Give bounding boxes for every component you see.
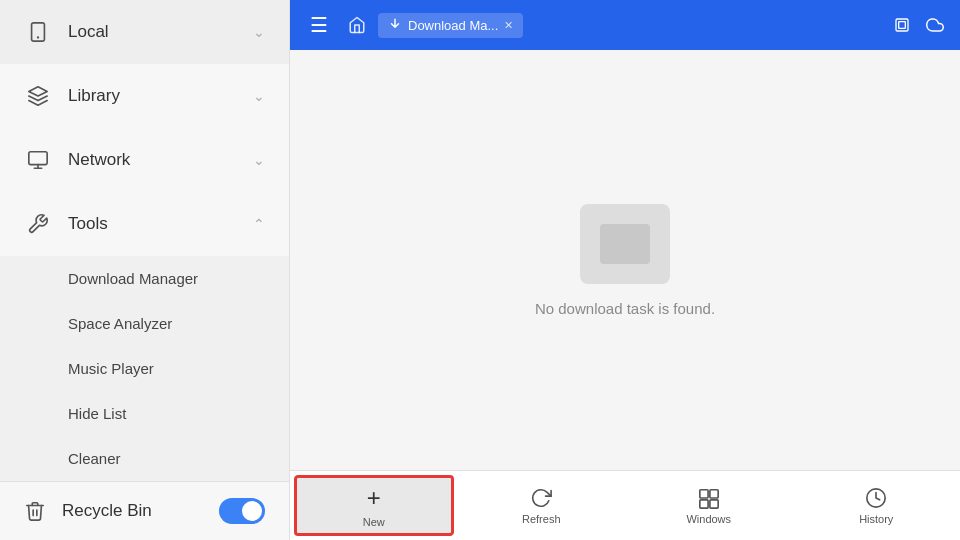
home-icon[interactable] [344,12,370,38]
recycle-bin-label: Recycle Bin [62,501,152,521]
recycle-bin-toggle[interactable] [219,498,265,524]
sidebar-item-hide-list[interactable]: Hide List [0,391,289,436]
space-analyzer-label: Space Analyzer [68,315,172,332]
svg-marker-2 [29,87,47,96]
trash-icon [24,500,46,522]
chevron-up-icon: ⌃ [253,216,265,232]
recycle-bin-item[interactable]: Recycle Bin [0,482,289,540]
sidebar-item-library[interactable]: Library ⌄ [0,64,289,128]
hide-list-label: Hide List [68,405,126,422]
layers-icon [24,82,52,110]
new-label: New [363,516,385,528]
history-icon [865,487,887,509]
download-icon [388,18,402,32]
sidebar-item-local[interactable]: Local ⌄ [0,0,289,64]
menu-icon[interactable]: ☰ [302,9,336,41]
tab-close-icon[interactable]: ✕ [504,19,513,32]
cloud-icon[interactable] [922,12,948,38]
empty-state-icon [580,204,670,284]
main-panel: ☰ Download Ma... ✕ [290,0,960,540]
svg-rect-7 [899,22,906,29]
sidebar-item-tools[interactable]: Tools ⌃ [0,192,289,256]
music-player-label: Music Player [68,360,154,377]
svg-rect-11 [710,499,718,507]
refresh-button[interactable]: Refresh [458,471,626,540]
sidebar-item-space-analyzer[interactable]: Space Analyzer [0,301,289,346]
refresh-label: Refresh [522,513,561,525]
svg-rect-3 [29,152,47,165]
windows-icon [698,487,720,509]
empty-message: No download task is found. [535,300,715,317]
history-label: History [859,513,893,525]
sidebar-item-download-manager[interactable]: Download Manager [0,256,289,301]
refresh-icon [530,487,552,509]
svg-rect-9 [710,489,718,497]
windows-label: Windows [686,513,731,525]
download-manager-tab[interactable]: Download Ma... ✕ [378,13,523,38]
sidebar-item-music-player[interactable]: Music Player [0,346,289,391]
topbar-actions [890,12,948,38]
wrench-icon [24,210,52,238]
network-icon [24,146,52,174]
download-manager-label: Download Manager [68,270,198,287]
sidebar-item-network[interactable]: Network ⌄ [0,128,289,192]
sidebar-item-network-label: Network [68,150,253,170]
plus-icon: + [367,484,381,512]
history-button[interactable]: History [793,471,961,540]
sidebar-item-local-label: Local [68,22,253,42]
chevron-down-icon: ⌄ [253,152,265,168]
topbar: ☰ Download Ma... ✕ [290,0,960,50]
bottom-toolbar: + New Refresh Windows [290,470,960,540]
sidebar-item-library-label: Library [68,86,253,106]
content-area: No download task is found. [290,50,960,470]
chevron-down-icon: ⌄ [253,88,265,104]
chevron-down-icon: ⌄ [253,24,265,40]
new-button[interactable]: + New [294,475,454,536]
tab-label: Download Ma... [408,18,498,33]
windows-button[interactable]: Windows [625,471,793,540]
sidebar-item-cleaner[interactable]: Cleaner [0,436,289,481]
cleaner-label: Cleaner [68,450,121,467]
svg-rect-6 [896,19,908,31]
smartphone-icon [24,18,52,46]
window-icon[interactable] [890,13,914,37]
svg-rect-8 [700,489,708,497]
svg-rect-10 [700,499,708,507]
sidebar-bottom: Recycle Bin [0,481,289,540]
sidebar: Local ⌄ Library ⌄ Network ⌄ [0,0,290,540]
sidebar-item-tools-label: Tools [68,214,253,234]
